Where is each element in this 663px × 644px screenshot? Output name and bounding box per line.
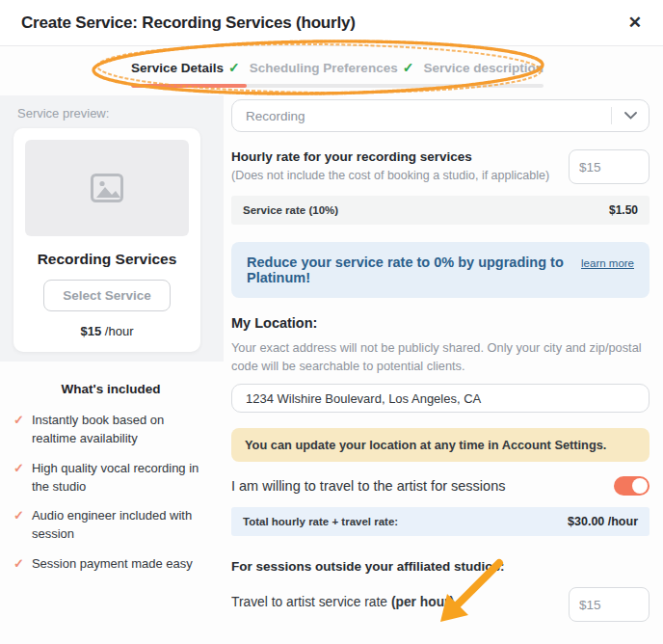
service-details-form: Recording Hourly rate for your recording… [224,95,663,644]
check-icon: ✓ [13,460,24,496]
tab-label: Scheduling Preferences [250,61,398,75]
whats-included-title: What's included [13,382,208,396]
image-placeholder-icon [91,174,123,202]
list-item-text: Instantly book based on realtime availab… [32,412,208,448]
travel-toggle[interactable] [614,476,650,496]
tab-service-details[interactable]: Service Details ✓ [131,60,240,75]
address-input[interactable] [231,384,650,413]
my-location-label: My Location: [231,315,650,331]
tab-service-description[interactable]: Service description [423,61,544,75]
service-preview-label: Service preview: [13,106,200,121]
tab-progress-bar [131,84,544,88]
location-description: Your exact address will not be publicly … [231,338,646,375]
total-rate-value: $30.00 /hour [568,515,638,528]
check-icon: ✓ [13,507,24,544]
close-icon[interactable]: ✕ [628,14,642,31]
location-settings-banner: You can update your location at any time… [231,428,650,462]
list-item: ✓ Instantly book based on realtime avail… [13,412,208,448]
hourly-rate-sublabel: (Does not include the cost of booking a … [231,169,549,182]
travel-rate-label-bold: (per hour) [391,595,454,609]
list-item: ✓ High quality vocal recording in the st… [13,460,208,496]
tab-label: Service Details [131,61,224,75]
service-preview-sidebar: Service preview: Recording Services Sele… [0,95,224,644]
list-item-text: Session payment made easy [32,555,193,574]
total-rate-row: Total hourly rate + travel rate: $30.00 … [231,507,650,536]
modal-title: Create Service: Recording Services (hour… [21,13,356,33]
modal-header: Create Service: Recording Services (hour… [0,0,663,46]
list-item: ✓ Session payment made easy [13,555,208,574]
platinum-upsell-banner: Reduce your service rate to 0% by upgrad… [231,242,650,298]
select-service-button[interactable]: Select Service [43,280,171,311]
service-rate-label: Service rate (10%) [243,204,338,216]
service-rate-value: $1.50 [609,203,638,217]
platinum-banner-text: Reduce your service rate to 0% by upgrad… [247,255,569,285]
service-type-value: Recording [232,109,611,123]
toggle-knob [632,478,648,494]
service-type-select[interactable]: Recording [231,99,650,132]
total-rate-label: Total hourly rate + travel rate: [243,516,398,527]
service-name: Recording Services [25,251,189,268]
check-icon: ✓ [403,60,414,75]
create-service-modal: Create Service: Recording Services (hour… [0,0,663,644]
hourly-rate-label: Hourly rate for your recording services [231,149,549,164]
service-image-placeholder [25,140,189,236]
tab-scheduling-preferences[interactable]: Scheduling Preferences ✓ [250,60,414,75]
price-value: $15 [81,324,102,338]
tab-progress-fill [131,84,247,88]
tab-label: Service description [423,61,544,75]
service-price: $15 /hour [25,324,189,338]
learn-more-link[interactable]: learn more [581,257,634,269]
list-item: ✓ Audio engineer included with session [13,507,208,544]
check-icon: ✓ [228,60,240,75]
outside-studios-heading: For sessions outside your affiliated stu… [231,559,650,574]
tab-bar: Service Details ✓ Scheduling Preferences… [0,46,663,88]
list-item-text: High quality vocal recording in the stud… [32,460,208,496]
hourly-rate-input[interactable] [569,149,650,184]
service-rate-row: Service rate (10%) $1.50 [231,196,650,225]
travel-rate-label: Travel to artist service rate (per hour) [231,587,454,609]
chevron-down-icon [612,112,649,120]
check-icon: ✓ [13,555,24,574]
service-preview-card: Recording Services Select Service $15 /h… [13,128,200,352]
travel-rate-input[interactable] [569,587,650,622]
travel-toggle-label: I am willing to travel to the artist for… [231,478,505,494]
check-icon: ✓ [13,412,24,448]
list-item-text: Audio engineer included with session [32,507,208,544]
whats-included-section: What's included ✓ Instantly book based o… [0,362,224,574]
price-unit: /hour [105,324,134,338]
